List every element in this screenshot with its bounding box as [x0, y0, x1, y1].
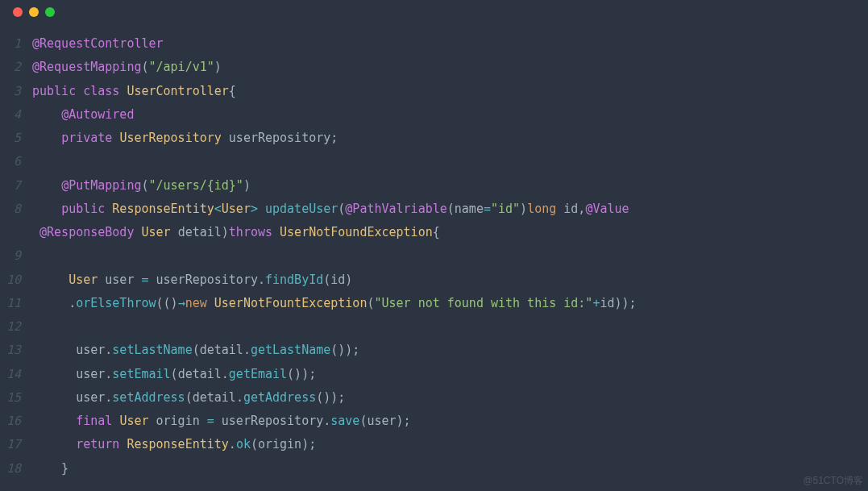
code-content: @RequestMapping("/api/v1") [32, 56, 222, 79]
line-number: 6 [0, 150, 32, 173]
token-type: User [69, 273, 98, 287]
token-punct: ()); [330, 343, 359, 357]
token-punct [32, 202, 61, 216]
minimize-icon[interactable] [29, 7, 39, 17]
code-line: 5 private UserRepository userRepository; [0, 127, 868, 150]
token-ident: name [455, 202, 484, 216]
token-punct: ); [397, 414, 411, 428]
code-content: User user = userRepository.findById(id) [32, 268, 352, 292]
token-punct [149, 273, 156, 287]
token-punct: ( [185, 390, 193, 405]
token-ann: @Value [585, 202, 629, 216]
code-content: .orElseThrow(()→new UserNotFountExceptio… [32, 292, 637, 315]
token-punct: ) [345, 273, 352, 287]
code-content: user.setLastName(detail.getLastName()); [32, 339, 359, 362]
token-punct [32, 107, 61, 122]
code-line: 3public class UserController{ [0, 80, 868, 103]
code-line: @ResponseBody User detail)throws UserNot… [0, 221, 868, 244]
code-line: 4 @Autowired [0, 103, 868, 127]
code-line: 11 .orElseThrow(()→new UserNotFountExcep… [0, 292, 868, 315]
watermark: @51CTO博客 [803, 474, 863, 488]
token-ident: user [76, 367, 105, 381]
token-punct: { [433, 225, 440, 239]
token-ident: detail [178, 225, 222, 239]
token-ann: @ResponseBody [39, 225, 134, 239]
token-kw: class [83, 84, 119, 98]
token-ident: user [76, 390, 105, 405]
token-punct: ( [141, 60, 148, 74]
token-ann: @PathValriable [345, 202, 446, 216]
token-fn: setEmail [112, 367, 170, 381]
code-content: @RequestController [32, 32, 164, 56]
token-punct [149, 414, 156, 428]
maximize-icon[interactable] [45, 7, 55, 17]
code-content: @Autowired [32, 103, 134, 127]
token-kw: throws [229, 225, 272, 239]
token-ident: userRepository [222, 414, 323, 428]
token-ident: id [330, 273, 345, 287]
token-ident: user [367, 414, 396, 428]
token-punct: ( [447, 202, 455, 216]
code-line: 18 } [0, 457, 868, 481]
token-ann: @RequestMapping [32, 60, 141, 74]
token-punct [32, 225, 39, 239]
token-ident: detail [178, 367, 222, 381]
token-punct [214, 414, 222, 428]
token-op: > [251, 202, 258, 216]
code-line: 16 final User origin = userRepository.sa… [0, 410, 868, 433]
token-fn: save [330, 414, 359, 428]
token-punct: ()); [316, 390, 345, 405]
token-punct [32, 390, 76, 405]
token-ident: detail [200, 343, 243, 357]
token-punct: ) [222, 225, 229, 239]
token-ident: origin [258, 437, 301, 451]
token-fn: ok [236, 437, 251, 451]
token-str: "id" [491, 202, 520, 216]
token-punct: ) [214, 60, 222, 74]
token-punct: )); [615, 296, 637, 310]
line-number: 18 [0, 457, 32, 481]
token-type: UserController [127, 84, 228, 98]
token-punct [32, 437, 76, 451]
code-content: @PutMapping("/users/{id}") [32, 174, 251, 198]
code-content: private UserRepository userRepository; [32, 127, 338, 150]
close-icon[interactable] [13, 7, 23, 17]
token-op: → [178, 296, 185, 310]
token-punct: ) [243, 178, 251, 193]
code-editor[interactable]: 1@RequestController2@RequestMapping("/ap… [0, 24, 868, 481]
code-line: 15 user.setAddress(detail.getAddress()); [0, 386, 868, 410]
token-ident: user [76, 343, 105, 357]
token-punct: . [105, 343, 112, 357]
code-line: 12 [0, 315, 868, 339]
token-ident: id [600, 296, 614, 310]
token-punct [258, 202, 265, 216]
token-punct [272, 225, 280, 239]
token-punct: ; [330, 131, 338, 145]
token-ident: id [563, 202, 578, 216]
code-line: 14 user.setEmail(detail.getEmail()); [0, 363, 868, 386]
code-content: final User origin = userRepository.save(… [32, 410, 411, 433]
token-punct: . [243, 343, 251, 357]
token-kw: public [61, 202, 105, 216]
token-type: ResponseEntity [127, 437, 228, 451]
window-titlebar [0, 0, 868, 24]
token-punct: } [32, 461, 69, 476]
token-punct [556, 202, 563, 216]
token-type: User [222, 202, 251, 216]
code-content: public ResponseEntity<User> updateUser(@… [32, 198, 629, 221]
token-fn: getAddress [243, 390, 316, 405]
token-punct [207, 296, 214, 310]
token-ident: detail [193, 390, 236, 405]
code-line: 1@RequestController [0, 32, 868, 56]
code-line: 9 [0, 244, 868, 268]
token-punct [32, 273, 69, 287]
token-punct [222, 131, 229, 145]
line-number: 11 [0, 292, 32, 315]
token-punct [76, 84, 83, 98]
token-const: new [185, 296, 207, 310]
line-number: 16 [0, 410, 32, 433]
code-window: 1@RequestController2@RequestMapping("/ap… [0, 0, 868, 491]
token-punct [32, 131, 61, 145]
token-fn: orElseThrow [76, 296, 156, 310]
line-number: 12 [0, 315, 32, 339]
